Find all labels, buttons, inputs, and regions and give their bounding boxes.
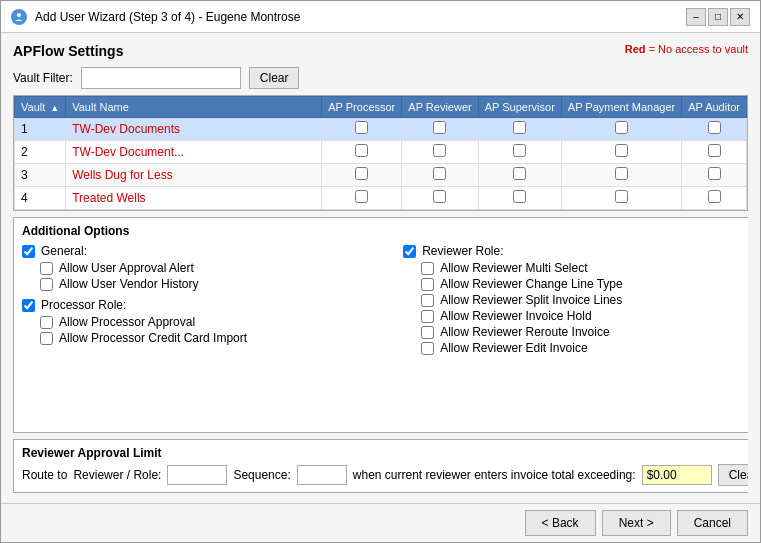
- red-note-text: = No access to vault: [649, 43, 748, 55]
- row1-ap-supervisor[interactable]: [513, 121, 526, 134]
- allow-reviewer-edit[interactable]: [421, 342, 434, 355]
- allow-processor-approval[interactable]: [40, 316, 53, 329]
- row1-ap-reviewer[interactable]: [433, 121, 446, 134]
- reviewer-role-checkbox[interactable]: [403, 245, 416, 258]
- allow-reviewer-multi-select[interactable]: [421, 262, 434, 275]
- allow-user-vendor-history[interactable]: [40, 278, 53, 291]
- row2-ap-auditor[interactable]: [708, 144, 721, 157]
- sequence-label: Sequence:: [233, 468, 290, 482]
- col-ap-processor[interactable]: AP Processor: [322, 97, 402, 118]
- route-to-label: Route to: [22, 468, 67, 482]
- col-ap-supervisor[interactable]: AP Supervisor: [478, 97, 561, 118]
- processor-role-checkbox[interactable]: [22, 299, 35, 312]
- row4-ap-payment-manager[interactable]: [615, 190, 628, 203]
- allow-processor-credit-card-label: Allow Processor Credit Card Import: [59, 331, 247, 345]
- row1-ap-processor[interactable]: [355, 121, 368, 134]
- row1-ap-payment-manager[interactable]: [615, 121, 628, 134]
- row4-ap-processor[interactable]: [355, 190, 368, 203]
- reviewer-role-label: Reviewer Role:: [422, 244, 503, 258]
- row3-ap-reviewer[interactable]: [433, 167, 446, 180]
- row1-ap-auditor[interactable]: [708, 121, 721, 134]
- reviewer-role-field-label: Reviewer / Role:: [73, 468, 161, 482]
- allow-reviewer-edit-label: Allow Reviewer Edit Invoice: [440, 341, 587, 355]
- allow-reviewer-reroute-label: Allow Reviewer Reroute Invoice: [440, 325, 609, 339]
- window-controls: – □ ✕: [686, 8, 750, 26]
- allow-reviewer-invoice-hold-label: Allow Reviewer Invoice Hold: [440, 309, 591, 323]
- when-label: when current reviewer enters invoice tot…: [353, 468, 636, 482]
- row3-ap-auditor[interactable]: [708, 167, 721, 180]
- row4-ap-supervisor[interactable]: [513, 190, 526, 203]
- footer: < Back Next > Cancel: [1, 503, 760, 542]
- table-row[interactable]: 4 Treated Wells: [15, 187, 747, 210]
- red-note: Red = No access to vault: [625, 43, 748, 55]
- reviewer-role-input[interactable]: [167, 465, 227, 485]
- svg-point-0: [17, 13, 21, 17]
- allow-reviewer-change-line-type-label: Allow Reviewer Change Line Type: [440, 277, 623, 291]
- main-window: Add User Wizard (Step 3 of 4) - Eugene M…: [0, 0, 761, 543]
- approval-clear-button[interactable]: Clear: [718, 464, 748, 486]
- cancel-button[interactable]: Cancel: [677, 510, 748, 536]
- row4-ap-reviewer[interactable]: [433, 190, 446, 203]
- col-ap-reviewer[interactable]: AP Reviewer: [402, 97, 478, 118]
- next-button[interactable]: Next >: [602, 510, 671, 536]
- allow-reviewer-multi-select-label: Allow Reviewer Multi Select: [440, 261, 587, 275]
- table-row[interactable]: 3 Wells Dug for Less: [15, 164, 747, 187]
- window-title: Add User Wizard (Step 3 of 4) - Eugene M…: [35, 10, 300, 24]
- vault-filter-row: Vault Filter: Clear: [13, 67, 748, 89]
- vault-filter-label: Vault Filter:: [13, 71, 73, 85]
- row2-ap-processor[interactable]: [355, 144, 368, 157]
- col-vault[interactable]: Vault ▲: [15, 97, 66, 118]
- allow-user-approval-alert-label: Allow User Approval Alert: [59, 261, 194, 275]
- allow-reviewer-reroute[interactable]: [421, 326, 434, 339]
- vault-filter-input[interactable]: [81, 67, 241, 89]
- title-bar: Add User Wizard (Step 3 of 4) - Eugene M…: [1, 1, 760, 33]
- row2-ap-reviewer[interactable]: [433, 144, 446, 157]
- content-area: APFlow Settings Red = No access to vault…: [1, 33, 760, 503]
- row4-ap-auditor[interactable]: [708, 190, 721, 203]
- allow-processor-approval-label: Allow Processor Approval: [59, 315, 195, 329]
- reviewer-approval-limit-panel: Reviewer Approval Limit Route to Reviewe…: [13, 439, 748, 493]
- table-row[interactable]: 1 TW-Dev Documents: [15, 118, 747, 141]
- general-checkbox[interactable]: [22, 245, 35, 258]
- vault-filter-clear-button[interactable]: Clear: [249, 67, 300, 89]
- allow-reviewer-invoice-hold[interactable]: [421, 310, 434, 323]
- additional-options-header: Additional Options: [22, 224, 748, 238]
- app-icon: [11, 9, 27, 25]
- table-row[interactable]: 2 TW-Dev Document...: [15, 141, 747, 164]
- minimize-button[interactable]: –: [686, 8, 706, 26]
- red-word: Red: [625, 43, 646, 55]
- allow-user-approval-alert[interactable]: [40, 262, 53, 275]
- allow-reviewer-split-invoice-label: Allow Reviewer Split Invoice Lines: [440, 293, 622, 307]
- close-button[interactable]: ✕: [730, 8, 750, 26]
- page-title: APFlow Settings: [13, 43, 123, 59]
- row2-ap-payment-manager[interactable]: [615, 144, 628, 157]
- vault-table: Vault ▲ Vault Name AP Processor AP Revie…: [14, 96, 747, 210]
- allow-processor-credit-card[interactable]: [40, 332, 53, 345]
- row3-ap-processor[interactable]: [355, 167, 368, 180]
- col-ap-auditor[interactable]: AP Auditor: [682, 97, 747, 118]
- allow-user-vendor-history-label: Allow User Vendor History: [59, 277, 198, 291]
- row3-ap-payment-manager[interactable]: [615, 167, 628, 180]
- back-button[interactable]: < Back: [525, 510, 596, 536]
- general-label: General:: [41, 244, 87, 258]
- sequence-input[interactable]: [297, 465, 347, 485]
- col-ap-payment-manager[interactable]: AP Payment Manager: [561, 97, 681, 118]
- col-vault-name[interactable]: Vault Name: [66, 97, 322, 118]
- vault-table-container: Vault ▲ Vault Name AP Processor AP Revie…: [13, 95, 748, 211]
- row3-ap-supervisor[interactable]: [513, 167, 526, 180]
- allow-reviewer-change-line-type[interactable]: [421, 278, 434, 291]
- amount-input[interactable]: [642, 465, 712, 485]
- additional-options-panel: Additional Options General: A: [13, 217, 748, 433]
- reviewer-approval-header: Reviewer Approval Limit: [22, 446, 748, 460]
- bottom-area: Additional Options General: A: [13, 217, 748, 493]
- row2-ap-supervisor[interactable]: [513, 144, 526, 157]
- allow-reviewer-split-invoice[interactable]: [421, 294, 434, 307]
- processor-role-label: Processor Role:: [41, 298, 126, 312]
- maximize-button[interactable]: □: [708, 8, 728, 26]
